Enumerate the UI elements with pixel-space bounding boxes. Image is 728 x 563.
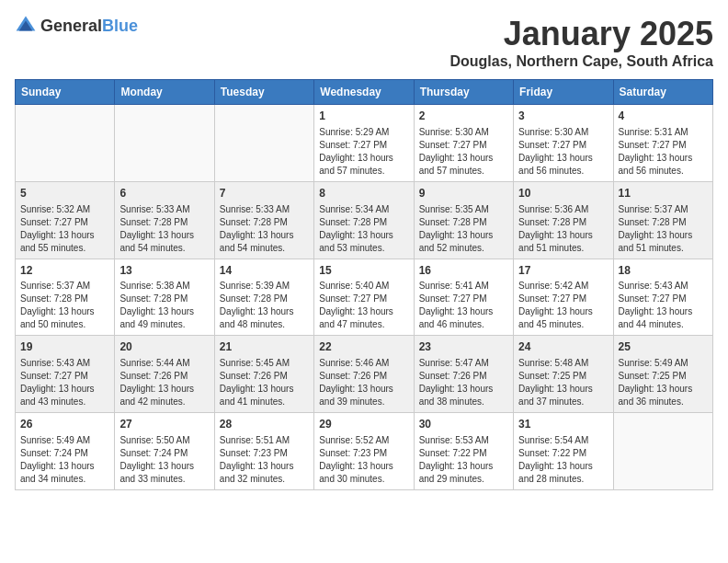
day-number: 1 — [319, 109, 408, 124]
title-area: January 2025 Douglas, Northern Cape, Sou… — [449, 15, 713, 70]
day-info: Sunrise: 5:43 AM Sunset: 7:27 PM Dayligh… — [619, 280, 708, 331]
day-info: Sunrise: 5:34 AM Sunset: 7:28 PM Dayligh… — [319, 203, 408, 255]
day-info: Sunrise: 5:51 AM Sunset: 7:23 PM Dayligh… — [220, 434, 309, 486]
day-info: Sunrise: 5:40 AM Sunset: 7:27 PM Dayligh… — [319, 280, 408, 331]
day-number: 21 — [220, 339, 309, 355]
logo: GeneralBlue — [15, 15, 138, 37]
day-info: Sunrise: 5:46 AM Sunset: 7:26 PM Dayligh… — [319, 357, 408, 408]
weekday-header: Wednesday — [314, 80, 414, 105]
day-info: Sunrise: 5:49 AM Sunset: 7:24 PM Dayligh… — [20, 434, 109, 486]
day-info: Sunrise: 5:54 AM Sunset: 7:22 PM Dayligh… — [518, 434, 608, 486]
calendar-day-cell: 30Sunrise: 5:53 AM Sunset: 7:22 PM Dayli… — [414, 413, 513, 490]
day-number: 28 — [220, 417, 309, 432]
day-number: 18 — [619, 263, 708, 279]
day-number: 26 — [20, 417, 109, 432]
weekday-header: Monday — [115, 80, 214, 105]
day-number: 9 — [419, 186, 508, 201]
location-title: Douglas, Northern Cape, South Africa — [449, 53, 713, 70]
day-number: 5 — [20, 186, 109, 201]
day-number: 27 — [119, 417, 209, 432]
calendar-day-cell: 31Sunrise: 5:54 AM Sunset: 7:22 PM Dayli… — [514, 413, 613, 490]
calendar-day-cell — [613, 413, 712, 490]
calendar-day-cell: 28Sunrise: 5:51 AM Sunset: 7:23 PM Dayli… — [214, 413, 313, 490]
day-number: 30 — [419, 417, 508, 432]
calendar-day-cell: 4Sunrise: 5:31 AM Sunset: 7:27 PM Daylig… — [613, 105, 712, 182]
calendar-day-cell: 13Sunrise: 5:38 AM Sunset: 7:28 PM Dayli… — [115, 259, 214, 336]
day-info: Sunrise: 5:37 AM Sunset: 7:28 PM Dayligh… — [619, 203, 708, 255]
day-number: 16 — [419, 263, 508, 279]
calendar-day-cell: 11Sunrise: 5:37 AM Sunset: 7:28 PM Dayli… — [613, 181, 712, 259]
day-number: 31 — [518, 417, 608, 432]
day-info: Sunrise: 5:47 AM Sunset: 7:26 PM Dayligh… — [419, 357, 508, 408]
day-info: Sunrise: 5:37 AM Sunset: 7:28 PM Dayligh… — [20, 280, 109, 331]
calendar-day-cell: 14Sunrise: 5:39 AM Sunset: 7:28 PM Dayli… — [214, 259, 313, 336]
day-number: 2 — [419, 109, 508, 124]
day-info: Sunrise: 5:30 AM Sunset: 7:27 PM Dayligh… — [518, 126, 608, 178]
calendar-day-cell: 29Sunrise: 5:52 AM Sunset: 7:23 PM Dayli… — [314, 413, 414, 490]
header: GeneralBlue January 2025 Douglas, Northe… — [15, 15, 713, 70]
calendar-day-cell: 12Sunrise: 5:37 AM Sunset: 7:28 PM Dayli… — [16, 259, 115, 336]
calendar-day-cell: 8Sunrise: 5:34 AM Sunset: 7:28 PM Daylig… — [314, 181, 414, 259]
day-info: Sunrise: 5:35 AM Sunset: 7:28 PM Dayligh… — [419, 203, 508, 255]
calendar-header-row: SundayMondayTuesdayWednesdayThursdayFrid… — [16, 80, 713, 105]
day-number: 15 — [319, 263, 408, 279]
weekday-header: Tuesday — [214, 80, 313, 105]
weekday-header: Friday — [514, 80, 613, 105]
calendar-day-cell: 1Sunrise: 5:29 AM Sunset: 7:27 PM Daylig… — [314, 105, 414, 182]
calendar-day-cell: 23Sunrise: 5:47 AM Sunset: 7:26 PM Dayli… — [414, 336, 513, 413]
calendar-day-cell: 16Sunrise: 5:41 AM Sunset: 7:27 PM Dayli… — [414, 259, 513, 336]
day-info: Sunrise: 5:44 AM Sunset: 7:26 PM Dayligh… — [119, 357, 209, 408]
calendar-day-cell: 21Sunrise: 5:45 AM Sunset: 7:26 PM Dayli… — [214, 336, 313, 413]
day-info: Sunrise: 5:29 AM Sunset: 7:27 PM Dayligh… — [319, 126, 408, 178]
day-number: 19 — [20, 339, 109, 355]
day-info: Sunrise: 5:36 AM Sunset: 7:28 PM Dayligh… — [518, 203, 608, 255]
day-number: 11 — [619, 186, 708, 201]
logo-text: GeneralBlue — [40, 17, 138, 36]
calendar-day-cell: 19Sunrise: 5:43 AM Sunset: 7:27 PM Dayli… — [16, 336, 115, 413]
calendar-day-cell: 9Sunrise: 5:35 AM Sunset: 7:28 PM Daylig… — [414, 181, 513, 259]
day-number: 29 — [319, 417, 408, 432]
day-info: Sunrise: 5:41 AM Sunset: 7:27 PM Dayligh… — [419, 280, 508, 331]
day-info: Sunrise: 5:49 AM Sunset: 7:25 PM Dayligh… — [619, 357, 708, 408]
calendar-day-cell — [214, 105, 313, 182]
calendar-day-cell: 20Sunrise: 5:44 AM Sunset: 7:26 PM Dayli… — [115, 336, 214, 413]
calendar-day-cell: 5Sunrise: 5:32 AM Sunset: 7:27 PM Daylig… — [16, 181, 115, 259]
day-info: Sunrise: 5:52 AM Sunset: 7:23 PM Dayligh… — [319, 434, 408, 486]
calendar-week-row: 12Sunrise: 5:37 AM Sunset: 7:28 PM Dayli… — [16, 259, 713, 336]
day-number: 10 — [518, 186, 608, 201]
weekday-header: Thursday — [414, 80, 513, 105]
generalblue-icon — [15, 15, 37, 37]
day-number: 4 — [619, 109, 708, 124]
day-info: Sunrise: 5:48 AM Sunset: 7:25 PM Dayligh… — [518, 357, 608, 408]
day-info: Sunrise: 5:45 AM Sunset: 7:26 PM Dayligh… — [220, 357, 309, 408]
calendar-day-cell: 15Sunrise: 5:40 AM Sunset: 7:27 PM Dayli… — [314, 259, 414, 336]
day-number: 17 — [518, 263, 608, 279]
day-info: Sunrise: 5:32 AM Sunset: 7:27 PM Dayligh… — [20, 203, 109, 255]
calendar-day-cell: 18Sunrise: 5:43 AM Sunset: 7:27 PM Dayli… — [613, 259, 712, 336]
calendar-day-cell: 26Sunrise: 5:49 AM Sunset: 7:24 PM Dayli… — [16, 413, 115, 490]
calendar-day-cell — [16, 105, 115, 182]
weekday-header: Saturday — [613, 80, 712, 105]
calendar-day-cell: 2Sunrise: 5:30 AM Sunset: 7:27 PM Daylig… — [414, 105, 513, 182]
calendar-week-row: 5Sunrise: 5:32 AM Sunset: 7:27 PM Daylig… — [16, 181, 713, 259]
day-number: 20 — [119, 339, 209, 355]
day-info: Sunrise: 5:50 AM Sunset: 7:24 PM Dayligh… — [119, 434, 209, 486]
day-number: 8 — [319, 186, 408, 201]
day-number: 14 — [220, 263, 309, 279]
calendar-week-row: 1Sunrise: 5:29 AM Sunset: 7:27 PM Daylig… — [16, 105, 713, 182]
calendar-day-cell: 27Sunrise: 5:50 AM Sunset: 7:24 PM Dayli… — [115, 413, 214, 490]
weekday-header: Sunday — [16, 80, 115, 105]
day-info: Sunrise: 5:38 AM Sunset: 7:28 PM Dayligh… — [119, 280, 209, 331]
calendar-day-cell: 24Sunrise: 5:48 AM Sunset: 7:25 PM Dayli… — [514, 336, 613, 413]
day-info: Sunrise: 5:31 AM Sunset: 7:27 PM Dayligh… — [619, 126, 708, 178]
day-number: 3 — [518, 109, 608, 124]
day-info: Sunrise: 5:30 AM Sunset: 7:27 PM Dayligh… — [419, 126, 508, 178]
day-number: 13 — [119, 263, 209, 279]
calendar-week-row: 19Sunrise: 5:43 AM Sunset: 7:27 PM Dayli… — [16, 336, 713, 413]
day-number: 24 — [518, 339, 608, 355]
day-info: Sunrise: 5:33 AM Sunset: 7:28 PM Dayligh… — [220, 203, 309, 255]
day-number: 7 — [220, 186, 309, 201]
calendar-day-cell: 22Sunrise: 5:46 AM Sunset: 7:26 PM Dayli… — [314, 336, 414, 413]
calendar-week-row: 26Sunrise: 5:49 AM Sunset: 7:24 PM Dayli… — [16, 413, 713, 490]
day-info: Sunrise: 5:42 AM Sunset: 7:27 PM Dayligh… — [518, 280, 608, 331]
